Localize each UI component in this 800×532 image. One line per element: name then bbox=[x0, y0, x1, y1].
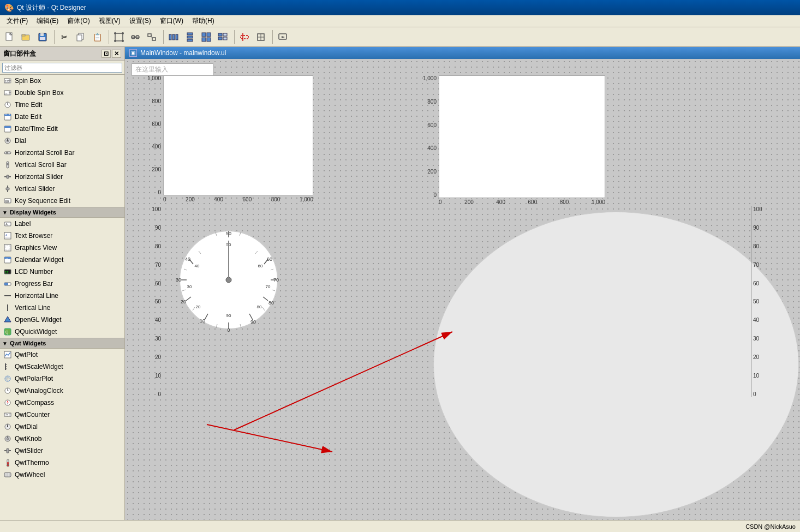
layout-form-button[interactable] bbox=[215, 29, 230, 45]
menu-form[interactable]: 窗体(O) bbox=[63, 15, 94, 27]
signal-mode-button[interactable] bbox=[128, 29, 143, 45]
widget-mode-button[interactable] bbox=[111, 29, 127, 45]
lcdnumber-label: LCD Number bbox=[15, 268, 53, 276]
calendarwidget-label: Calendar Widget bbox=[15, 256, 63, 264]
menu-view[interactable]: 视图(V) bbox=[94, 15, 125, 27]
canvas-background: 在这里输入 1,0008006004002000 02004006008001,… bbox=[125, 59, 800, 520]
form-input[interactable]: 在这里输入 bbox=[132, 63, 213, 76]
category-display-widgets[interactable]: ▼ Display Widgets bbox=[0, 207, 124, 218]
svg-point-12 bbox=[114, 40, 116, 42]
sidebar-item-qwtanalogslock[interactable]: QwtAnalogClock bbox=[0, 385, 124, 397]
status-text: CSDN @NickAsuo bbox=[745, 523, 796, 530]
preview-button[interactable] bbox=[275, 29, 290, 45]
menu-settings[interactable]: 设置(S) bbox=[125, 15, 156, 27]
sidebar-controls: ⊡ ✕ bbox=[102, 50, 121, 58]
svg-text:40: 40 bbox=[195, 264, 200, 268]
sidebar-item-qwtscalewidget[interactable]: QwtScaleWidget bbox=[0, 361, 124, 373]
filter-input[interactable] bbox=[2, 63, 122, 73]
menu-help[interactable]: 帮助(H) bbox=[188, 15, 219, 27]
mdi-title-text: MainWindow - mainwindow.ui bbox=[140, 49, 226, 57]
paste-button[interactable]: 📋 bbox=[89, 29, 105, 45]
svg-point-119 bbox=[7, 464, 9, 467]
plot2-container: 1,0008006004002000 02004006008001,000 bbox=[420, 75, 605, 206]
sidebar-item-qwtcounter[interactable]: 5 QwtCounter bbox=[0, 409, 124, 421]
cut-button[interactable]: ✂ bbox=[57, 29, 72, 45]
svg-rect-18 bbox=[152, 38, 156, 40]
sidebar-item-qwtdial[interactable]: QwtDial bbox=[0, 421, 124, 433]
open-button[interactable] bbox=[19, 29, 34, 45]
toolbar-sep-5 bbox=[271, 30, 273, 44]
qwtcompass-label: QwtCompass bbox=[15, 399, 54, 407]
sidebar-item-label[interactable]: A Label bbox=[0, 218, 124, 230]
menu-file[interactable]: 文件(F) bbox=[2, 15, 32, 27]
vline-icon bbox=[3, 303, 12, 312]
svg-rect-25 bbox=[187, 39, 193, 41]
layout-h-button[interactable] bbox=[166, 29, 181, 45]
svg-text:90: 90 bbox=[250, 319, 256, 325]
sidebar-item-datetimeedit[interactable]: Date/Time Edit bbox=[0, 123, 124, 135]
new-button[interactable] bbox=[2, 29, 17, 45]
svg-point-114 bbox=[7, 437, 8, 438]
menu-edit[interactable]: 编辑(E) bbox=[32, 15, 63, 27]
svg-rect-57 bbox=[4, 126, 11, 128]
sidebar-item-timeedit[interactable]: Time Edit bbox=[0, 99, 124, 111]
sidebar-item-spinbox[interactable]: 123 Spin Box bbox=[0, 75, 124, 87]
sidebar-item-calendarwidget[interactable]: 12 Calendar Widget bbox=[0, 254, 124, 266]
sidebar-item-progressbar[interactable]: Progress Bar bbox=[0, 278, 124, 290]
plot4-axis-line bbox=[751, 206, 751, 397]
doublespinbox-label: Double Spin Box bbox=[15, 89, 63, 97]
qwtdial-label: QwtDial bbox=[15, 423, 38, 431]
svg-text:12: 12 bbox=[5, 258, 8, 260]
sidebar-item-lcdnumber[interactable]: 12 LCD Number bbox=[0, 266, 124, 278]
qwtknob-icon bbox=[3, 434, 12, 443]
keyseqedit-label: Key Sequence Edit bbox=[15, 197, 70, 205]
sidebar-item-vscrollbar[interactable]: Vertical Scroll Bar bbox=[0, 159, 124, 171]
sidebar-item-opengl[interactable]: OpenGL Widget bbox=[0, 314, 124, 326]
opengl-label: OpenGL Widget bbox=[15, 316, 62, 324]
dial-icon bbox=[3, 136, 12, 145]
sidebar-item-textbrowser[interactable]: A Text Browser bbox=[0, 230, 124, 242]
sidebar-item-qwtcompass[interactable]: QwtCompass bbox=[0, 397, 124, 409]
sidebar-item-qwtplot[interactable]: QwtPlot bbox=[0, 349, 124, 361]
sidebar-item-graphicsview[interactable]: Graphics View bbox=[0, 242, 124, 254]
progressbar-label: Progress Bar bbox=[15, 280, 53, 288]
sidebar-item-dial[interactable]: Dial bbox=[0, 135, 124, 147]
layout-grid-button[interactable] bbox=[199, 29, 214, 45]
calendarwidget-icon: 12 bbox=[3, 255, 12, 264]
layout-v-button[interactable] bbox=[182, 29, 198, 45]
sidebar-item-dateedit[interactable]: Date Edit bbox=[0, 111, 124, 123]
sidebar-item-qquickwidget[interactable]: Q QQuickWidget bbox=[0, 326, 124, 338]
toolbar-sep-1 bbox=[52, 30, 55, 44]
sidebar-item-vslider[interactable]: Vertical Slider bbox=[0, 183, 124, 195]
save-button[interactable] bbox=[35, 29, 50, 45]
sidebar-item-hscrollbar[interactable]: Horizontal Scroll Bar bbox=[0, 147, 124, 159]
break-layout-button[interactable] bbox=[237, 29, 252, 45]
sidebar-item-hslider[interactable]: Horizontal Slider bbox=[0, 171, 124, 183]
copy-button[interactable] bbox=[73, 29, 88, 45]
dateedit-icon bbox=[3, 112, 12, 121]
sidebar-item-qwtwheel[interactable]: QwtWheel bbox=[0, 469, 124, 481]
svg-rect-33 bbox=[223, 37, 227, 40]
svg-text:12: 12 bbox=[5, 271, 9, 274]
sidebar-item-qwtknob[interactable]: QwtKnob bbox=[0, 433, 124, 445]
sidebar-item-vline[interactable]: Vertical Line bbox=[0, 302, 124, 314]
sidebar-item-qwtpolarplot[interactable]: QwtPolarPlot bbox=[0, 373, 124, 385]
sidebar-item-hline[interactable]: Horizontal Line bbox=[0, 290, 124, 302]
adjust-size-button[interactable] bbox=[253, 29, 268, 45]
hline-icon bbox=[3, 291, 12, 300]
sidebar-item-qwtslider[interactable]: QwtSlider bbox=[0, 445, 124, 457]
category-qwt-widgets[interactable]: ▼ Qwt Widgets bbox=[0, 338, 124, 349]
sidebar-item-qwtthermo[interactable]: QwtThermo bbox=[0, 457, 124, 469]
filter-row bbox=[0, 61, 124, 75]
plot1-area bbox=[163, 75, 313, 195]
hslider-label: Horizontal Slider bbox=[15, 173, 63, 181]
sidebar-restore-btn[interactable]: ⊡ bbox=[102, 50, 111, 58]
sidebar-item-keyseqedit[interactable]: ⌨ Key Sequence Edit bbox=[0, 195, 124, 207]
vslider-icon bbox=[3, 184, 12, 193]
qwtscalewidget-icon bbox=[3, 362, 12, 371]
tab-order-button[interactable] bbox=[144, 29, 159, 45]
sidebar-item-doublespinbox[interactable]: 1.5 Double Spin Box bbox=[0, 87, 124, 99]
canvas[interactable]: 在这里输入 1,0008006004002000 02004006008001,… bbox=[125, 59, 800, 520]
menu-window[interactable]: 窗口(W) bbox=[156, 15, 188, 27]
sidebar-close-btn[interactable]: ✕ bbox=[112, 50, 121, 58]
